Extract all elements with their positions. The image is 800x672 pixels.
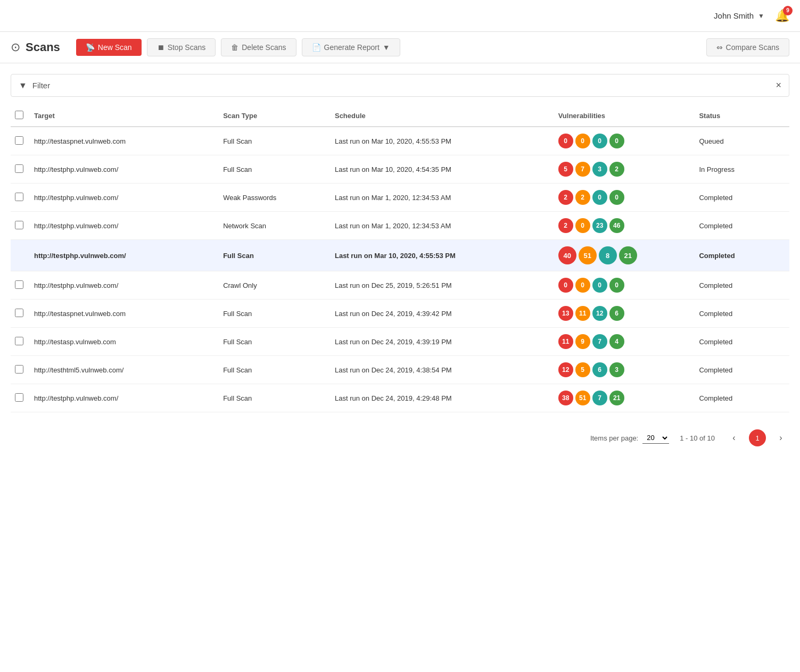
row-checkbox[interactable] [15,280,23,289]
cell-scan-type: Full Scan [219,155,331,184]
cell-status: Completed [695,240,789,271]
cell-target: http://testphp.vulnweb.com/ [30,184,219,212]
row-checkbox[interactable] [15,393,23,402]
cell-vulnerabilities: 4051821 [554,240,695,271]
badge-high: 0 [575,278,590,293]
filter-clear-button[interactable]: × [776,80,781,91]
compare-scans-button[interactable]: ⇔ Compare Scans [706,38,789,56]
table-row[interactable]: http://testasp.vulnweb.comFull ScanLast … [11,328,789,356]
new-scan-label: New Scan [98,43,132,52]
badge-critical: 2 [558,190,573,205]
row-checkbox[interactable] [15,337,23,345]
notification-bell[interactable]: 🔔 9 [775,9,789,23]
badge-critical: 2 [558,218,573,233]
cell-target: http://testaspnet.vulnweb.com [30,300,219,328]
toolbar: ⊙ Scans 📡 New Scan ⏹ Stop Scans 🗑 Delete… [0,32,800,63]
badge-medium: 0 [592,190,607,205]
new-scan-button[interactable]: 📡 New Scan [76,39,142,56]
scans-table: Target Scan Type Schedule Vulnerabilitie… [11,105,789,412]
badge-medium: 7 [592,391,607,405]
cell-target: http://testphp.vulnweb.com/ [30,212,219,240]
cell-status: Completed [695,271,789,300]
cell-schedule: Last run on Mar 10, 2020, 4:55:53 PM [331,127,554,155]
col-status: Status [695,105,789,127]
badge-medium: 0 [592,278,607,293]
table-row[interactable]: http://testphp.vulnweb.com/Weak Password… [11,184,789,212]
badge-low: 2 [609,162,624,177]
cell-vulnerabilities: 2200 [554,184,695,212]
items-per-page-label: Items per page: [590,434,638,442]
cell-vulnerabilities: 202346 [554,212,695,240]
row-checkbox[interactable] [15,193,23,201]
cell-vulnerabilities: 11974 [554,328,695,356]
table-row[interactable]: http://testphp.vulnweb.com/Full ScanLast… [11,240,789,271]
delete-scans-button[interactable]: 🗑 Delete Scans [221,38,296,56]
current-page-button[interactable]: 1 [749,429,766,446]
next-page-button[interactable]: › [772,429,789,446]
filter-label: Filter [32,81,771,90]
cell-vulnerabilities: 3851721 [554,384,695,412]
items-per-page-select[interactable]: 20 10 50 100 [642,432,669,444]
cell-scan-type: Weak Passwords [219,184,331,212]
cell-vulnerabilities: 0000 [554,127,695,155]
row-checkbox[interactable] [15,309,23,317]
col-vulnerabilities: Vulnerabilities [554,105,695,127]
row-checkbox[interactable] [15,221,23,229]
table-row[interactable]: http://testphp.vulnweb.com/Crawl OnlyLas… [11,271,789,300]
cell-scan-type: Crawl Only [219,271,331,300]
badge-critical: 11 [558,334,573,349]
row-checkbox[interactable] [15,136,23,145]
badge-high: 11 [575,306,590,321]
table-row[interactable]: http://testphp.vulnweb.com/Full ScanLast… [11,384,789,412]
cell-status: Completed [695,300,789,328]
filter-icon: ▼ [19,81,27,90]
stop-icon: ⏹ [157,43,164,52]
badge-high: 7 [575,162,590,177]
table-row[interactable]: http://testphp.vulnweb.com/Network ScanL… [11,212,789,240]
row-checkbox[interactable] [15,164,23,173]
row-checkbox[interactable] [15,365,23,374]
dropdown-arrow-icon: ▼ [383,43,390,52]
badge-medium: 0 [592,134,607,148]
badge-critical: 0 [558,278,573,293]
badge-high: 51 [575,391,590,405]
col-scan-type: Scan Type [219,105,331,127]
badge-low: 4 [609,334,624,349]
badge-critical: 0 [558,134,573,148]
cell-status: Completed [695,184,789,212]
user-name: John Smith [714,11,754,20]
prev-page-button[interactable]: ‹ [725,429,743,446]
stop-scans-label: Stop Scans [168,43,206,52]
badge-low: 0 [609,278,624,293]
cell-scan-type: Full Scan [219,127,331,155]
badge-low: 6 [609,306,624,321]
select-all-checkbox[interactable] [15,111,23,119]
cell-schedule: Last run on Dec 24, 2019, 4:38:54 PM [331,356,554,384]
table-row[interactable]: http://testaspnet.vulnweb.comFull ScanLa… [11,127,789,155]
badge-critical: 13 [558,306,573,321]
badge-low: 21 [609,391,624,405]
chevron-down-icon: ▼ [758,12,764,20]
delete-scans-label: Delete Scans [242,43,286,52]
cell-status: Completed [695,384,789,412]
cell-status: In Progress [695,155,789,184]
cell-vulnerabilities: 0000 [554,271,695,300]
cell-schedule: Last run on Mar 1, 2020, 12:34:53 AM [331,212,554,240]
cell-schedule: Last run on Dec 24, 2019, 4:29:48 PM [331,384,554,412]
cell-schedule: Last run on Mar 1, 2020, 12:34:53 AM [331,184,554,212]
header: John Smith ▼ 🔔 9 [0,0,800,32]
stop-scans-button[interactable]: ⏹ Stop Scans [147,38,216,56]
cell-target: http://testasp.vulnweb.com [30,328,219,356]
cell-target: http://testphp.vulnweb.com/ [30,384,219,412]
page-title: Scans [26,40,60,54]
table-row[interactable]: http://testphp.vulnweb.com/Full ScanLast… [11,155,789,184]
cell-target: http://testphp.vulnweb.com/ [30,271,219,300]
generate-report-button[interactable]: 📄 Generate Report ▼ [302,38,400,56]
table-row[interactable]: http://testhtml5.vulnweb.com/Full ScanLa… [11,356,789,384]
cell-schedule: Last run on Dec 25, 2019, 5:26:51 PM [331,271,554,300]
user-menu[interactable]: John Smith ▼ [714,11,764,20]
badge-medium: 8 [599,246,617,264]
cell-scan-type: Full Scan [219,356,331,384]
generate-report-label: Generate Report [324,43,380,52]
table-row[interactable]: http://testaspnet.vulnweb.comFull ScanLa… [11,300,789,328]
